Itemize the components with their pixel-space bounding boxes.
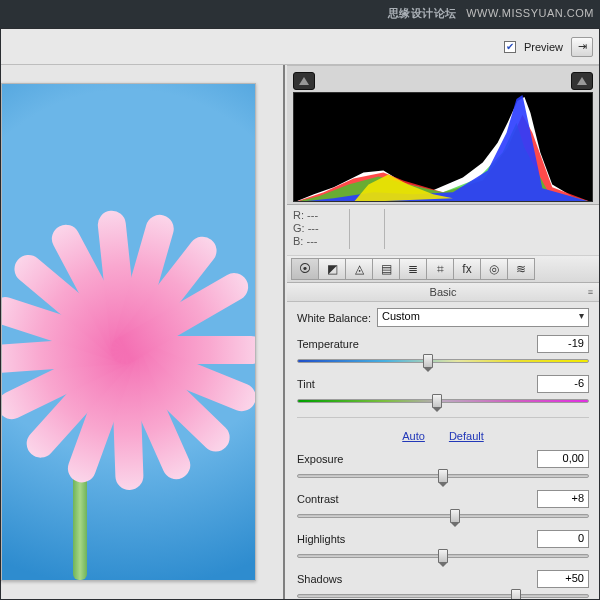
watermark-cn: 思缘设计论坛	[388, 7, 457, 19]
preview-label: Preview	[524, 41, 563, 53]
slider-thumb[interactable]	[432, 394, 442, 408]
slider-thumb[interactable]	[423, 354, 433, 368]
tab-fx[interactable]: fx	[453, 258, 481, 280]
tab-detail[interactable]: ◬	[345, 258, 373, 280]
temperature-label: Temperature	[297, 338, 359, 350]
highlights-label: Highlights	[297, 533, 345, 545]
watermark-url: WWW.MISSYUAN.COM	[466, 7, 594, 19]
adjustments-panel: R: --- G: --- B: --- ⦿ ◩ ◬ ▤ ≣ ⌗ fx ◎ ≋ …	[287, 65, 599, 599]
rgb-readout: R: --- G: --- B: ---	[287, 205, 599, 255]
white-balance-select[interactable]: Custom	[377, 308, 589, 327]
white-balance-value: Custom	[382, 310, 420, 322]
g-label: G:	[293, 222, 305, 234]
r-label: R:	[293, 209, 304, 221]
default-link[interactable]: Default	[449, 430, 484, 442]
tab-basic[interactable]: ⦿	[291, 258, 319, 280]
app-window: ✔ Preview ⇥	[0, 28, 600, 600]
divider	[384, 209, 385, 249]
b-value: ---	[306, 235, 317, 247]
temperature-value[interactable]: -19	[537, 335, 589, 353]
white-balance-row: White Balance: Custom	[297, 308, 589, 327]
panel-tab-strip: ⦿ ◩ ◬ ▤ ≣ ⌗ fx ◎ ≋	[287, 255, 599, 283]
histogram-area	[287, 66, 599, 205]
shadows-label: Shadows	[297, 573, 342, 585]
g-value: ---	[308, 222, 319, 234]
tint-slider[interactable]	[297, 395, 589, 407]
separator	[297, 417, 589, 418]
slider-thumb[interactable]	[438, 469, 448, 483]
tab-lens[interactable]: ⌗	[426, 258, 454, 280]
preview-checkbox[interactable]: ✔	[504, 41, 516, 53]
panel-menu-icon[interactable]: ≡	[588, 287, 593, 297]
basic-panel-body: White Balance: Custom Temperature -19	[287, 302, 599, 599]
exposure-row: Exposure 0,00	[297, 450, 589, 482]
tint-label: Tint	[297, 378, 315, 390]
divider	[349, 209, 350, 249]
contrast-row: Contrast +8	[297, 490, 589, 522]
shadow-clip-button[interactable]	[293, 72, 315, 90]
contrast-label: Contrast	[297, 493, 339, 505]
preview-pane	[1, 65, 285, 599]
auto-link[interactable]: Auto	[402, 430, 425, 442]
exposure-label: Exposure	[297, 453, 343, 465]
split-icon: ≣	[408, 262, 418, 276]
tint-row: Tint -6	[297, 375, 589, 407]
grid-icon: ⌗	[437, 262, 444, 276]
photo-content	[2, 84, 255, 580]
image-canvas[interactable]	[1, 83, 256, 581]
highlights-row: Highlights 0	[297, 530, 589, 562]
watermark: 思缘设计论坛 WWW.MISSYUAN.COM	[388, 6, 594, 21]
tab-presets[interactable]: ≋	[507, 258, 535, 280]
panel-title: Basic ≡	[287, 283, 599, 302]
highlights-value[interactable]: 0	[537, 530, 589, 548]
slider-thumb[interactable]	[450, 509, 460, 523]
tint-value[interactable]: -6	[537, 375, 589, 393]
highlight-clip-button[interactable]	[571, 72, 593, 90]
r-value: ---	[307, 209, 318, 221]
panel-title-text: Basic	[430, 286, 457, 298]
slider-thumb[interactable]	[438, 549, 448, 563]
tab-split[interactable]: ≣	[399, 258, 427, 280]
curve-icon: ◩	[327, 262, 338, 276]
tab-curve[interactable]: ◩	[318, 258, 346, 280]
exposure-value[interactable]: 0,00	[537, 450, 589, 468]
exposure-slider[interactable]	[297, 470, 589, 482]
tab-camera[interactable]: ◎	[480, 258, 508, 280]
temperature-slider[interactable]	[297, 355, 589, 367]
aperture-icon: ⦿	[299, 262, 311, 276]
camera-icon: ◎	[489, 262, 499, 276]
sliders-icon: ≋	[516, 262, 526, 276]
fx-icon: fx	[462, 262, 471, 276]
tab-hsl[interactable]: ▤	[372, 258, 400, 280]
arrow-right-bar-icon: ⇥	[578, 40, 587, 53]
bars-icon: ▤	[381, 262, 392, 276]
highlights-slider[interactable]	[297, 550, 589, 562]
temperature-row: Temperature -19	[297, 335, 589, 367]
top-toolbar: ✔ Preview ⇥	[1, 29, 599, 65]
auto-default-links: Auto Default	[297, 430, 589, 442]
slider-thumb[interactable]	[511, 589, 521, 599]
contrast-value[interactable]: +8	[537, 490, 589, 508]
triangle-icon: ◬	[355, 262, 364, 276]
histogram[interactable]	[293, 92, 593, 202]
white-balance-label: White Balance:	[297, 312, 371, 324]
toggle-panel-button[interactable]: ⇥	[571, 37, 593, 57]
contrast-slider[interactable]	[297, 510, 589, 522]
b-label: B:	[293, 235, 303, 247]
shadows-value[interactable]: +50	[537, 570, 589, 588]
shadows-row: Shadows +50	[297, 570, 589, 599]
shadows-slider[interactable]	[297, 590, 589, 599]
